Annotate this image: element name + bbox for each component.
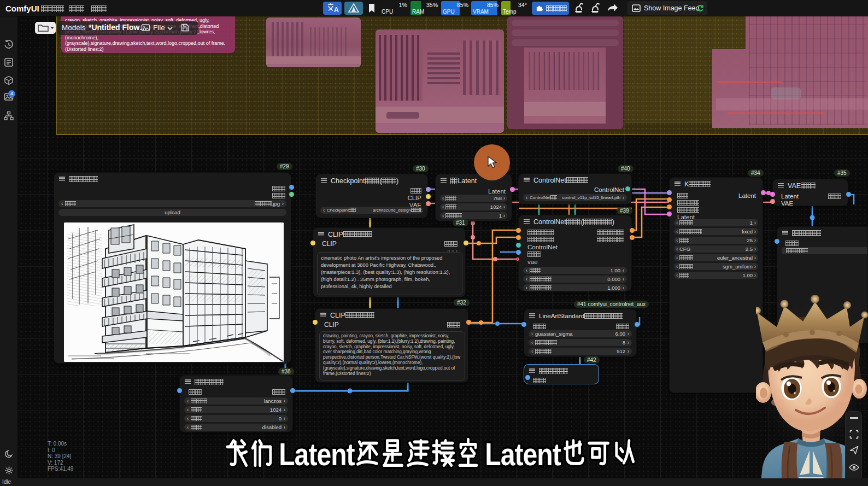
- svg-text:Latent: Latent: [279, 438, 355, 471]
- svg-text:A: A: [334, 6, 339, 14]
- svg-text:Latent: Latent: [485, 438, 561, 471]
